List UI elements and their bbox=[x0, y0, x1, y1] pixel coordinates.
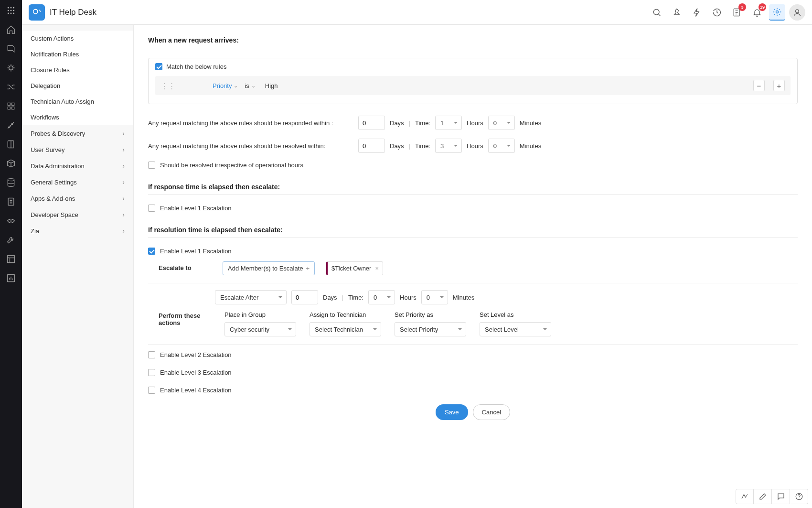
technician-select[interactable]: Select Technician bbox=[310, 322, 381, 336]
apps-grid-icon[interactable] bbox=[4, 4, 18, 17]
l4-checkbox[interactable] bbox=[148, 387, 155, 394]
shuffle-icon[interactable] bbox=[4, 80, 18, 94]
edit-icon[interactable] bbox=[754, 489, 772, 504]
escalate-tag: $Ticket Owner × bbox=[326, 261, 383, 275]
book-icon[interactable] bbox=[4, 138, 18, 151]
sidebar-item-delegation[interactable]: Delegation bbox=[22, 78, 133, 94]
ticket-icon[interactable] bbox=[4, 42, 18, 55]
bell-icon[interactable]: 19 bbox=[749, 4, 765, 21]
add-rule-button[interactable]: + bbox=[773, 80, 785, 91]
resolution-l1-label: Enable Level 1 Escalation bbox=[160, 248, 232, 255]
home-icon[interactable] bbox=[4, 23, 18, 36]
sidebar-group-probes[interactable]: Probes & Discovery› bbox=[22, 125, 133, 141]
match-rules-checkbox[interactable] bbox=[155, 63, 162, 70]
time-text: Time: bbox=[348, 294, 363, 301]
save-button[interactable]: Save bbox=[436, 404, 468, 420]
sidebar-item-label: Apps & Add-ons bbox=[31, 195, 75, 202]
package-icon[interactable] bbox=[4, 157, 18, 170]
sidebar-item-workflows[interactable]: Workflows bbox=[22, 109, 133, 125]
group-select[interactable]: Cyber security bbox=[224, 322, 296, 336]
resolve-days-input[interactable] bbox=[358, 139, 385, 153]
sidebar-item-label: Notification Rules bbox=[31, 51, 79, 58]
chevron-right-icon: › bbox=[122, 162, 125, 170]
cancel-button[interactable]: Cancel bbox=[473, 404, 510, 420]
sidebar-group-apps[interactable]: Apps & Add-ons› bbox=[22, 190, 133, 206]
resolve-hours-select[interactable]: 3 bbox=[435, 139, 462, 153]
svg-point-0 bbox=[8, 7, 9, 9]
database-icon[interactable] bbox=[4, 176, 18, 189]
svg-point-6 bbox=[8, 13, 9, 14]
sidebar-item-label: User Survey bbox=[31, 146, 65, 153]
svg-point-4 bbox=[11, 10, 12, 11]
help-icon[interactable] bbox=[790, 489, 808, 504]
bug-icon[interactable] bbox=[4, 61, 18, 75]
respond-hours-select[interactable]: 1 bbox=[435, 116, 462, 130]
notifications-badge: 19 bbox=[759, 3, 766, 11]
l2-checkbox[interactable] bbox=[148, 351, 155, 358]
add-member-button[interactable]: Add Member(s) to Escalate + bbox=[223, 261, 315, 275]
rocket-icon[interactable] bbox=[4, 119, 18, 132]
l2-label: Enable Level 2 Escalation bbox=[160, 351, 232, 358]
sidebar-group-survey[interactable]: User Survey› bbox=[22, 141, 133, 158]
avatar[interactable] bbox=[789, 4, 805, 21]
chat-icon[interactable] bbox=[772, 489, 790, 504]
gear-icon[interactable] bbox=[769, 4, 785, 21]
sidebar-item-closure-rules[interactable]: Closure Rules bbox=[22, 62, 133, 78]
sidebar-group-zia[interactable]: Zia› bbox=[22, 223, 133, 239]
bolt-icon[interactable] bbox=[689, 4, 705, 21]
main-pane[interactable]: When a new request arrives: Match the be… bbox=[134, 25, 812, 508]
resolve-minutes-select[interactable]: 0 bbox=[488, 139, 515, 153]
match-rules-label: Match the below rules bbox=[166, 63, 226, 70]
col-head-group: Place in Group bbox=[224, 311, 296, 318]
days-text: Days bbox=[390, 119, 404, 127]
resolution-l1-checkbox[interactable] bbox=[148, 248, 155, 255]
sidebar-item-label: Delegation bbox=[31, 82, 60, 89]
col-head-level: Set Level as bbox=[480, 311, 551, 318]
days-text: Days bbox=[390, 142, 404, 150]
priority-select[interactable]: Select Priority bbox=[395, 322, 466, 336]
pin-icon[interactable] bbox=[669, 4, 685, 21]
respond-minutes-select[interactable]: 0 bbox=[488, 116, 515, 130]
col-head-tech: Assign to Technician bbox=[310, 311, 381, 318]
sidebar-group-data-admin[interactable]: Data Administration› bbox=[22, 158, 133, 174]
zia-icon[interactable] bbox=[736, 489, 754, 504]
escalate-after-select[interactable]: Escalate After bbox=[215, 290, 287, 304]
rule-value: High bbox=[262, 82, 278, 89]
sidebar-item-notification-rules[interactable]: Notification Rules bbox=[22, 46, 133, 62]
response-l1-checkbox[interactable] bbox=[148, 205, 155, 212]
respond-label: Any request matching the above rules sho… bbox=[148, 119, 353, 127]
chevron-right-icon: › bbox=[122, 178, 125, 186]
esc-hours-select[interactable]: 0 bbox=[368, 290, 395, 304]
handshake-icon[interactable] bbox=[4, 214, 18, 227]
sidebar-item-custom-actions[interactable]: Custom Actions bbox=[22, 31, 133, 46]
search-icon[interactable] bbox=[649, 4, 665, 21]
tasks-icon[interactable]: 3 bbox=[729, 4, 745, 21]
time-text: Time: bbox=[415, 142, 430, 150]
respond-days-input[interactable] bbox=[358, 116, 385, 130]
wrench-icon[interactable] bbox=[4, 233, 18, 247]
section-title-resolution-esc: If resolution time is elapsed then escal… bbox=[148, 222, 798, 238]
drag-handle-icon[interactable]: ⋮⋮ bbox=[161, 82, 175, 89]
days-text: Days bbox=[323, 294, 337, 301]
sidebar-group-dev[interactable]: Developer Space› bbox=[22, 206, 133, 223]
remove-tag-button[interactable]: × bbox=[375, 265, 379, 272]
esc-days-input[interactable] bbox=[291, 290, 318, 304]
svg-point-18 bbox=[776, 11, 779, 13]
blocks-icon[interactable] bbox=[4, 99, 18, 113]
layout-icon[interactable] bbox=[4, 252, 18, 266]
rule-field-select[interactable]: Priority⌄ bbox=[213, 82, 238, 89]
l3-checkbox[interactable] bbox=[148, 369, 155, 376]
reports-icon[interactable] bbox=[4, 271, 18, 285]
remove-rule-button[interactable]: − bbox=[753, 80, 765, 91]
irrespective-checkbox[interactable] bbox=[148, 162, 155, 169]
sidebar-item-tech-auto-assign[interactable]: Technician Auto Assign bbox=[22, 94, 133, 109]
level-select[interactable]: Select Level bbox=[480, 322, 551, 336]
svg-point-5 bbox=[13, 10, 15, 11]
bottom-toolbar bbox=[736, 489, 808, 504]
sidebar-group-general[interactable]: General Settings› bbox=[22, 174, 133, 190]
history-icon[interactable] bbox=[709, 4, 725, 21]
esc-minutes-select[interactable]: 0 bbox=[421, 290, 448, 304]
rule-op-select[interactable]: is⌄ bbox=[245, 82, 255, 89]
svg-point-2 bbox=[13, 7, 15, 9]
invoice-icon[interactable] bbox=[4, 195, 18, 208]
